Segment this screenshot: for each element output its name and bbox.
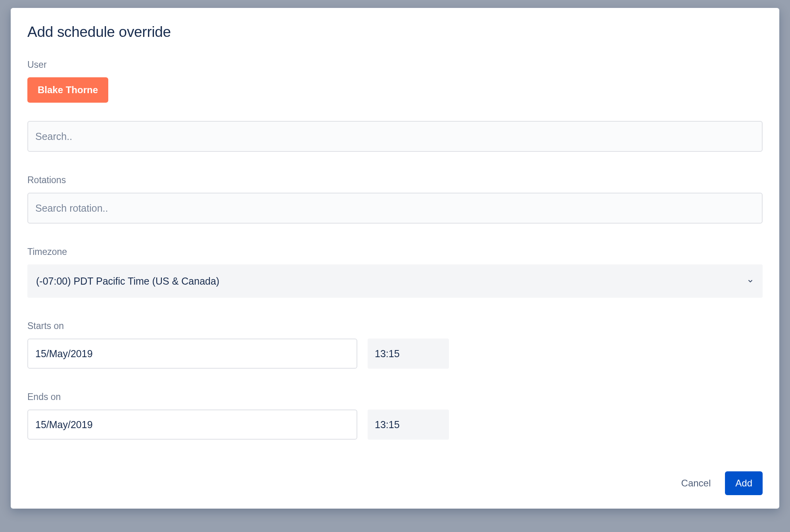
rotations-label: Rotations <box>27 175 763 186</box>
chevron-down-icon <box>747 277 754 285</box>
user-label: User <box>27 59 763 70</box>
timezone-select[interactable]: (-07:00) PDT Pacific Time (US & Canada) <box>27 264 763 298</box>
starts-on-label: Starts on <box>27 321 763 331</box>
rotation-search-input[interactable] <box>27 193 763 224</box>
ends-on-label: Ends on <box>27 392 763 402</box>
starts-on-row <box>27 339 763 369</box>
ends-on-row <box>27 410 763 440</box>
selected-user-chip[interactable]: Blake Thorne <box>27 77 108 103</box>
add-button[interactable]: Add <box>725 471 763 495</box>
starts-on-time-input[interactable] <box>368 339 449 369</box>
add-schedule-override-modal: Add schedule override User Blake Thorne … <box>11 8 779 509</box>
user-search-input[interactable] <box>27 121 763 152</box>
ends-on-date-input[interactable] <box>27 410 357 440</box>
starts-on-date-input[interactable] <box>27 339 357 369</box>
modal-overlay: Add schedule override User Blake Thorne … <box>0 0 790 532</box>
timezone-label: Timezone <box>27 247 763 257</box>
modal-footer: Cancel Add <box>27 471 763 495</box>
timezone-value: (-07:00) PDT Pacific Time (US & Canada) <box>36 276 219 287</box>
cancel-button[interactable]: Cancel <box>671 471 721 495</box>
modal-title: Add schedule override <box>27 24 763 40</box>
ends-on-time-input[interactable] <box>368 410 449 440</box>
